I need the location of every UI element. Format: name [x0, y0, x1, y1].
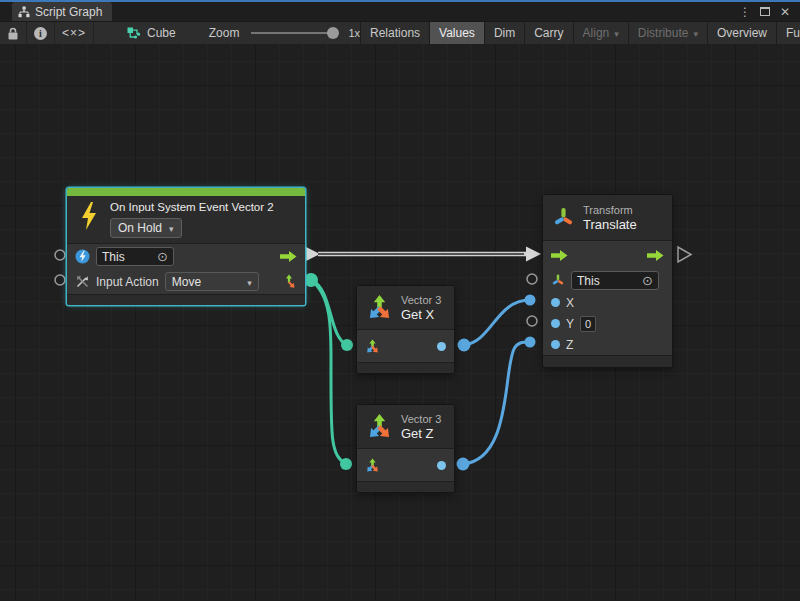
info-button[interactable]: i: [27, 22, 55, 44]
target-picker-icon[interactable]: ⊙: [642, 273, 653, 288]
translate-flow-row: [543, 241, 672, 269]
flow-out-arrow-icon[interactable]: [280, 251, 297, 262]
window-controls: ⋮ ✕: [738, 2, 800, 21]
vector3-type-icon: [366, 294, 393, 321]
info-icon: i: [34, 27, 47, 40]
maximize-icon[interactable]: [760, 7, 770, 16]
event-node-header: On Input System Event Vector 2 On Hold ▾: [67, 196, 305, 243]
lock-button[interactable]: [0, 22, 27, 44]
getx-port-row: [357, 330, 454, 362]
vector3-type-icon: [366, 413, 393, 440]
getx-header: Vector 3 Get X: [357, 286, 454, 329]
event-node-footer: [67, 294, 305, 305]
event-node-green-strip: [67, 188, 305, 196]
align-dropdown[interactable]: Align▾: [574, 22, 629, 44]
getz-footer: [357, 481, 454, 492]
vector2-output-port[interactable]: [304, 273, 318, 287]
flow-out-arrow-icon[interactable]: [647, 250, 664, 261]
getz-type-label: Vector 3: [401, 412, 441, 426]
gameobject-event-icon: [75, 249, 90, 264]
values-toggle[interactable]: Values: [430, 22, 485, 44]
translate-this-port-empty[interactable]: [527, 274, 537, 284]
code-icon: <×>: [62, 26, 86, 40]
translate-z-row: Z: [543, 334, 672, 355]
node-on-input-system-event[interactable]: On Input System Event Vector 2 On Hold ▾…: [67, 188, 305, 305]
z-input-port[interactable]: [551, 340, 560, 349]
hierarchy-icon: [18, 6, 30, 18]
transform-port-icon[interactable]: [551, 273, 565, 288]
node-transform-translate[interactable]: Transform Translate This: [543, 195, 672, 367]
target-picker-icon[interactable]: ⊙: [157, 249, 168, 264]
zoom-slider[interactable]: [251, 32, 337, 34]
getz-header: Vector 3 Get Z: [357, 405, 454, 448]
graph-toolbar: i <×> Cube Zoom 1x Relations Values Dim: [0, 21, 800, 44]
getx-input-port-connected[interactable]: [341, 339, 353, 351]
chevron-down-icon: ▾: [693, 29, 698, 39]
event-action-port-empty[interactable]: [55, 275, 65, 285]
translate-x-row: X: [543, 292, 672, 313]
node-vector3-get-x[interactable]: Vector 3 Get X: [357, 286, 454, 373]
x-input-port[interactable]: [551, 298, 560, 307]
getz-port-row: [357, 449, 454, 481]
event-this-port-empty[interactable]: [55, 250, 65, 260]
graph-target-button[interactable]: Cube: [120, 22, 183, 44]
getx-footer: [357, 362, 454, 373]
lightning-bolt-icon: [76, 200, 102, 232]
overview-button[interactable]: Overview: [708, 22, 777, 44]
getx-output-wire-start[interactable]: [458, 339, 471, 352]
event-action-row: Input Action Move ▾: [67, 269, 305, 294]
getz-title: Get Z: [401, 426, 441, 442]
getz-float-output-port[interactable]: [437, 461, 446, 470]
tab-script-graph[interactable]: Script Graph: [12, 2, 112, 21]
input-action-icon: [75, 275, 90, 289]
zoom-slider-handle[interactable]: [327, 27, 339, 39]
input-action-dropdown[interactable]: Move ▾: [165, 272, 259, 291]
kebab-menu-icon[interactable]: ⋮: [738, 5, 752, 19]
translate-y-port-empty[interactable]: [527, 316, 537, 326]
dim-toggle[interactable]: Dim: [485, 22, 525, 44]
x-port-label: X: [566, 296, 574, 310]
chevron-down-icon: ▾: [169, 224, 174, 234]
translate-target-field[interactable]: This ⊙: [571, 271, 659, 290]
event-node-title: On Input System Event Vector 2: [110, 200, 274, 215]
translate-this-row: This ⊙: [543, 269, 672, 292]
y-input-port[interactable]: [551, 319, 560, 328]
vector3-input-port-icon[interactable]: [365, 339, 380, 354]
relations-toggle[interactable]: Relations: [361, 22, 430, 44]
event-target-field[interactable]: This ⊙: [96, 247, 174, 266]
translate-footer: [543, 355, 672, 367]
y-value-field[interactable]: 0: [580, 316, 596, 332]
vector3-input-port-icon[interactable]: [365, 458, 380, 473]
distribute-dropdown[interactable]: Distribute▾: [629, 22, 708, 44]
graph-target-label: Cube: [147, 26, 176, 40]
toolbar-toggle-group: Relations Values Dim Carry Align▾ Distri…: [360, 22, 800, 44]
translate-title: Translate: [583, 217, 637, 233]
translate-header: Transform Translate: [543, 195, 672, 240]
graph-owner-icon: [127, 27, 141, 40]
flow-in-arrow-icon[interactable]: [551, 250, 568, 261]
script-graph-window: Script Graph ⋮ ✕ i <×>: [0, 0, 800, 601]
view-source-button[interactable]: <×>: [55, 22, 94, 44]
carry-toggle[interactable]: Carry: [525, 22, 573, 44]
getx-type-label: Vector 3: [401, 293, 441, 307]
zoom-label: Zoom: [209, 26, 240, 40]
getx-float-output-port[interactable]: [437, 342, 446, 351]
fullscreen-button[interactable]: Full Screen: [777, 22, 800, 44]
lock-icon: [7, 27, 19, 40]
translate-x-port-connected[interactable]: [525, 295, 536, 306]
vector2-type-icon[interactable]: [281, 274, 297, 290]
chevron-down-icon: ▾: [614, 29, 619, 39]
event-this-row: This ⊙: [67, 244, 305, 269]
z-port-label: Z: [566, 338, 573, 352]
getz-output-wire-start[interactable]: [457, 458, 470, 471]
zoom-value: 1x: [348, 27, 360, 39]
transform-type-icon: [552, 206, 575, 230]
translate-y-row: Y 0: [543, 313, 672, 334]
getx-title: Get X: [401, 307, 441, 323]
getz-input-port-connected[interactable]: [340, 458, 352, 470]
translate-type-label: Transform: [583, 203, 637, 217]
node-vector3-get-z[interactable]: Vector 3 Get Z: [357, 405, 454, 492]
event-mode-dropdown[interactable]: On Hold ▾: [110, 218, 182, 238]
translate-z-port-connected[interactable]: [525, 337, 536, 348]
close-icon[interactable]: ✕: [778, 5, 792, 19]
